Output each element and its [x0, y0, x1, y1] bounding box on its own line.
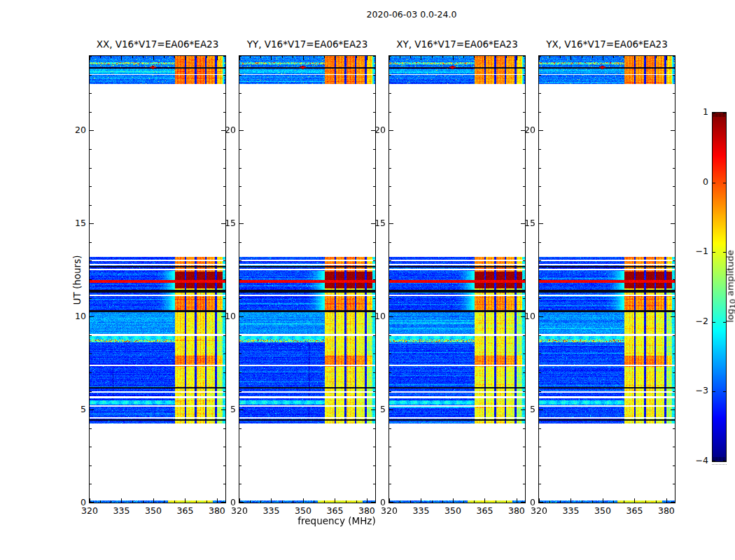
x-tick-label: 365	[626, 505, 643, 516]
y-tick-label: 20	[362, 125, 386, 136]
x-axis-label: frequency (MHz)	[298, 515, 375, 526]
x-tick-label: 320	[531, 505, 547, 516]
y-tick-label: 10	[362, 311, 386, 322]
y-tick-label: 20	[62, 125, 86, 136]
spectrogram-panel	[239, 55, 376, 503]
figure: 2020-06-03 0.0-24.0 XX, V16*V17=EA06*EA2…	[0, 0, 735, 560]
x-tick-label: 335	[563, 505, 580, 516]
y-tick-label: 20	[512, 125, 536, 136]
x-tick-label: 350	[444, 505, 461, 516]
panel-title: XX, V16*V17=EA06*EA23	[97, 38, 219, 50]
colorbar-label-sub: 10	[729, 299, 735, 309]
x-tick-label: 320	[381, 505, 398, 516]
colorbar-minor-dots	[712, 464, 727, 465]
colorbar-tick-label: 0	[678, 176, 708, 188]
colorbar-tick-label: −4	[678, 455, 708, 466]
x-tick-label: 335	[113, 505, 130, 516]
panel-title: XY, V16*V17=EA06*EA23	[396, 38, 518, 50]
x-tick-label: 320	[231, 505, 248, 516]
y-tick-label: 20	[212, 125, 236, 136]
x-tick-label: 350	[295, 505, 312, 516]
panel-title: YY, V16*V17=EA06*EA23	[247, 38, 368, 50]
x-tick-label: 380	[658, 505, 675, 516]
y-tick-label: 15	[512, 218, 536, 229]
y-tick-label: 15	[362, 218, 386, 229]
y-tick-label: 10	[62, 311, 86, 322]
x-tick-label: 350	[594, 505, 611, 516]
y-tick-label: 5	[512, 404, 536, 415]
colorbar-tick-label: 1	[678, 106, 708, 118]
colorbar-label-post: amplitude	[725, 250, 735, 299]
colorbar-tick-label: −2	[678, 316, 708, 327]
colorbar-tick-label: −1	[678, 246, 708, 257]
spectrogram-panel	[388, 55, 526, 503]
y-tick-label: 5	[212, 404, 236, 415]
y-axis-label: UT (hours)	[71, 255, 83, 305]
x-tick-label: 335	[413, 505, 430, 516]
y-tick-label: 10	[212, 311, 236, 322]
y-tick-label: 5	[362, 404, 386, 415]
panel-title: YX, V16*V17=EA06*EA23	[546, 38, 668, 50]
colorbar-tick-label: −3	[678, 385, 708, 396]
spectrogram-panel	[89, 55, 226, 503]
x-tick-label: 335	[263, 505, 280, 516]
x-tick-label: 350	[145, 505, 162, 516]
figure-title: 2020-06-03 0.0-24.0	[367, 9, 457, 20]
x-tick-label: 365	[176, 505, 193, 516]
colorbar	[712, 112, 727, 462]
y-tick-label: 15	[212, 218, 236, 229]
colorbar-gradient	[713, 113, 726, 461]
colorbar-label-pre: log	[725, 309, 735, 323]
y-tick-label: 5	[62, 404, 86, 415]
x-tick-label: 320	[81, 505, 98, 516]
colorbar-label: log10 amplitude	[725, 250, 735, 322]
x-tick-label: 365	[326, 505, 343, 516]
spectrogram-panel	[538, 55, 676, 503]
y-tick-label: 15	[62, 218, 86, 229]
y-tick-label: 10	[512, 311, 536, 322]
x-tick-label: 365	[476, 505, 493, 516]
